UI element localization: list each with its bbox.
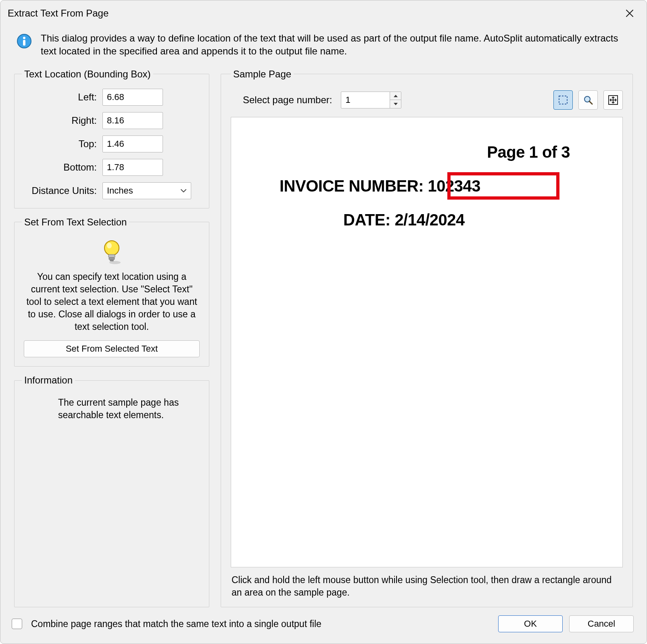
units-label: Distance Units:	[22, 185, 102, 196]
svg-point-4	[107, 243, 112, 248]
left-label: Left:	[22, 92, 102, 103]
preview-invoice-label: INVOICE NUMBER:	[280, 177, 424, 195]
lightbulb-icon	[22, 239, 202, 265]
cancel-label: Cancel	[588, 619, 615, 629]
chevron-down-icon	[180, 188, 187, 194]
svg-rect-5	[109, 254, 115, 258]
intro-text: This dialog provides a way to define loc…	[41, 32, 634, 58]
preview-date-line: DATE: 2/14/2024	[343, 211, 465, 229]
magnifier-icon	[582, 94, 594, 106]
sample-page-preview[interactable]: Page 1 of 3 INVOICE NUMBER: 102343 DATE:…	[231, 117, 623, 567]
selection-group: Set From Text Selection You can specify …	[14, 217, 209, 367]
top-input[interactable]	[102, 135, 163, 152]
bbox-group: Text Location (Bounding Box) Left: Right…	[14, 69, 209, 208]
preview-invoice-value: 102343	[428, 177, 480, 195]
ok-label: OK	[524, 619, 537, 629]
intro-row: This dialog provides a way to define loc…	[0, 25, 647, 69]
sample-page-legend: Sample Page	[231, 69, 294, 80]
selection-tool-button[interactable]	[553, 90, 573, 110]
svg-line-11	[589, 101, 592, 104]
preview-date-label: DATE:	[343, 211, 390, 229]
fit-to-screen-icon	[607, 94, 619, 106]
svg-rect-9	[559, 96, 567, 104]
close-icon	[625, 9, 634, 18]
information-legend: Information	[22, 375, 75, 386]
selection-hint: You can specify text location using a cu…	[22, 271, 202, 340]
ok-button[interactable]: OK	[498, 615, 563, 632]
information-text: The current sample page has searchable t…	[22, 395, 202, 423]
selection-rect-icon	[557, 94, 569, 106]
dialog-window: Extract Text From Page This dialog provi…	[0, 0, 647, 644]
left-input[interactable]	[102, 89, 163, 106]
units-value: Inches	[107, 185, 133, 196]
preview-date-value: 2/14/2024	[394, 211, 464, 229]
preview-page-of: Page 1 of 3	[487, 143, 570, 161]
svg-rect-6	[109, 258, 115, 260]
page-number-input[interactable]	[341, 92, 390, 108]
sample-page-hint: Click and hold the left mouse button whi…	[232, 574, 622, 599]
titlebar: Extract Text From Page	[0, 0, 647, 25]
footer: Combine page ranges that match the same …	[0, 607, 647, 644]
fit-tool-button[interactable]	[603, 90, 623, 110]
info-icon	[17, 33, 32, 49]
svg-rect-2	[23, 40, 25, 46]
right-input[interactable]	[102, 112, 163, 129]
select-page-label: Select page number:	[243, 94, 332, 106]
preview-invoice-line: INVOICE NUMBER: 102343	[280, 177, 480, 195]
svg-point-1	[23, 37, 25, 39]
combine-checkbox-label: Combine page ranges that match the same …	[31, 619, 321, 629]
spinner-down-button[interactable]	[390, 100, 401, 108]
svg-point-8	[109, 261, 121, 264]
triangle-up-icon	[393, 94, 398, 98]
right-label: Right:	[22, 115, 102, 126]
selection-legend: Set From Text Selection	[22, 217, 129, 228]
top-label: Top:	[22, 138, 102, 150]
combine-checkbox[interactable]	[12, 619, 22, 629]
close-button[interactable]	[620, 5, 639, 21]
set-from-selected-text-label: Set From Selected Text	[66, 344, 158, 354]
bottom-label: Bottom:	[22, 162, 102, 173]
spinner-up-button[interactable]	[390, 92, 401, 100]
set-from-selected-text-button[interactable]: Set From Selected Text	[24, 340, 200, 357]
zoom-tool-button[interactable]	[578, 90, 598, 110]
dialog-title: Extract Text From Page	[8, 8, 620, 19]
information-group: Information The current sample page has …	[14, 375, 209, 607]
cancel-button[interactable]: Cancel	[569, 615, 634, 632]
bottom-input[interactable]	[102, 159, 163, 176]
bbox-legend: Text Location (Bounding Box)	[22, 69, 153, 80]
page-number-spinner[interactable]	[341, 92, 401, 108]
preview-page: Page 1 of 3 INVOICE NUMBER: 102343 DATE:…	[231, 117, 622, 567]
units-combo[interactable]: Inches	[102, 182, 191, 199]
sample-page-group: Sample Page Select page number:	[221, 69, 633, 607]
svg-point-3	[104, 241, 119, 255]
triangle-down-icon	[393, 102, 398, 106]
